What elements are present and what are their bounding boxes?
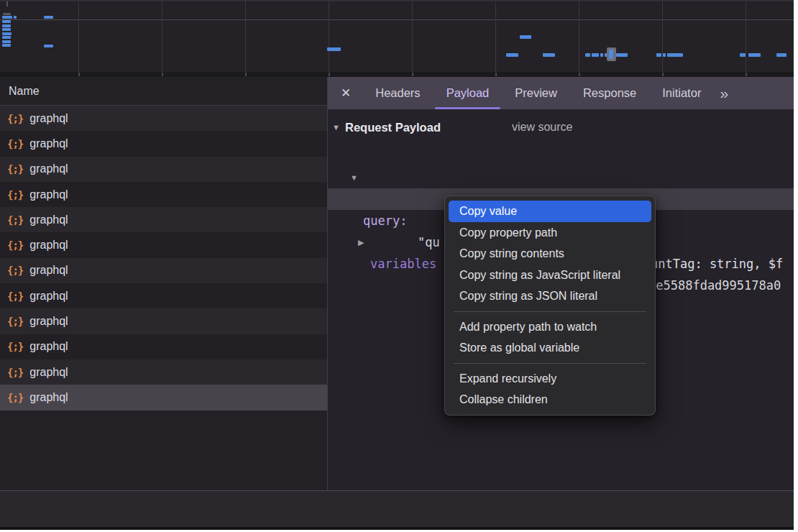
requests-list: {;}graphql{;}graphql{;}graphql{;}graphql… bbox=[0, 106, 327, 411]
menu-separator bbox=[454, 311, 646, 312]
menu-item-store-as-global-variable[interactable]: Store as global variable bbox=[445, 337, 655, 359]
menu-item-add-property-path-to-watch[interactable]: Add property path to watch bbox=[445, 316, 655, 338]
menu-item-collapse-children[interactable]: Collapse children bbox=[445, 389, 655, 411]
menu-item-copy-value[interactable]: Copy value bbox=[449, 201, 651, 222]
devtools-content: Name {;}graphql{;}graphql{;}graphql{;}gr… bbox=[0, 0, 794, 530]
json-braces-icon: {;} bbox=[7, 239, 23, 251]
details-tabbar: ✕ HeadersPayloadPreviewResponseInitiator… bbox=[328, 77, 794, 109]
close-details-button[interactable]: ✕ bbox=[341, 86, 351, 101]
tab-response[interactable]: Response bbox=[570, 77, 649, 109]
waterfall-bar bbox=[543, 53, 555, 57]
property-key: variables bbox=[370, 253, 436, 275]
request-name-label: graphql bbox=[29, 315, 68, 328]
ruler-tick bbox=[329, 73, 330, 76]
tab-preview[interactable]: Preview bbox=[502, 77, 570, 109]
network-request-row[interactable]: {;}graphql bbox=[0, 157, 327, 182]
tab-payload[interactable]: Payload bbox=[434, 77, 503, 109]
network-overview[interactable] bbox=[0, 0, 794, 73]
waterfall-bar bbox=[592, 53, 599, 57]
waterfall-bar bbox=[506, 53, 518, 57]
json-braces-icon: {;} bbox=[7, 189, 23, 201]
waterfall-bar bbox=[2, 20, 11, 23]
menu-item-copy-string-as-json-literal[interactable]: Copy string as JSON literal bbox=[445, 285, 655, 307]
waterfall-bar bbox=[44, 16, 53, 19]
request-name-label: graphql bbox=[29, 391, 68, 404]
payload-root-row[interactable]: ▼ {operationName: "ipFlowTimeseries", va… bbox=[328, 145, 794, 167]
name-column-header[interactable]: Name bbox=[0, 77, 327, 106]
network-request-row[interactable]: {;}graphql bbox=[0, 385, 327, 410]
overview-gridline bbox=[78, 1, 79, 73]
menu-item-copy-property-path[interactable]: Copy property path bbox=[445, 222, 655, 244]
network-request-row[interactable]: {;}graphql bbox=[0, 308, 327, 334]
waterfall-bar bbox=[600, 53, 603, 57]
json-braces-icon: {;} bbox=[7, 341, 23, 352]
property-preview-right-fragment: ee5588fdad995178a0 bbox=[648, 275, 781, 296]
request-payload-title: Request Payload bbox=[345, 116, 441, 138]
menu-item-copy-string-as-javascript-literal[interactable]: Copy string as JavaScript literal bbox=[445, 265, 655, 286]
tabs-holder: HeadersPayloadPreviewResponseInitiator bbox=[362, 77, 714, 109]
waterfall-bar bbox=[663, 53, 666, 57]
ruler-tick bbox=[579, 73, 580, 76]
tab-initiator[interactable]: Initiator bbox=[649, 77, 714, 109]
request-name-label: graphql bbox=[29, 214, 68, 226]
overview-top-tick bbox=[6, 1, 8, 6]
json-braces-icon: {;} bbox=[7, 316, 23, 327]
view-source-link[interactable]: view source bbox=[512, 116, 572, 138]
network-request-row[interactable]: {;}graphql bbox=[0, 182, 327, 207]
request-payload-header: ▼ Request Payload view source bbox=[328, 116, 794, 138]
expander-icon[interactable]: ▶ bbox=[358, 231, 364, 253]
menu-item-copy-string-contents[interactable]: Copy string contents bbox=[445, 243, 655, 265]
more-tabs-button[interactable]: » bbox=[720, 85, 728, 102]
overview-gridline-horizontal bbox=[0, 19, 794, 20]
waterfall-bar bbox=[616, 53, 628, 57]
network-request-row[interactable]: {;}graphql bbox=[0, 131, 327, 156]
network-request-row[interactable]: {;}graphql bbox=[0, 334, 327, 359]
request-name-label: graphql bbox=[29, 162, 68, 175]
ruler-tick bbox=[495, 73, 497, 76]
waterfall-bar bbox=[667, 53, 683, 57]
waterfall-bar bbox=[748, 53, 761, 57]
json-braces-icon: {;} bbox=[7, 290, 23, 302]
ruler-tick bbox=[662, 73, 664, 76]
request-name-label: graphql bbox=[29, 188, 68, 201]
waterfall-bar bbox=[585, 53, 590, 57]
waterfall-bar bbox=[776, 53, 786, 57]
network-request-row[interactable]: {;}graphql bbox=[0, 106, 327, 131]
waterfall-bar bbox=[2, 36, 11, 39]
ruler-tick bbox=[162, 73, 163, 76]
ruler-tick bbox=[412, 73, 413, 76]
request-name-label: graphql bbox=[29, 239, 68, 252]
summary-band bbox=[0, 491, 794, 527]
json-braces-icon: {;} bbox=[7, 265, 23, 276]
tab-headers[interactable]: Headers bbox=[362, 77, 433, 109]
selected-request-bar bbox=[609, 50, 613, 59]
name-column-label: Name bbox=[9, 85, 40, 97]
network-request-row[interactable]: {;}graphql bbox=[0, 283, 327, 308]
request-name-label: graphql bbox=[29, 264, 68, 277]
waterfall-bar bbox=[2, 16, 12, 19]
waterfall-bar bbox=[2, 40, 11, 43]
collapse-section-icon[interactable]: ▼ bbox=[332, 116, 340, 138]
payload-operationname-row[interactable]: operationName: "ipFlowTimeseries" bbox=[328, 167, 794, 188]
context-menu: Copy valueCopy property pathCopy string … bbox=[444, 196, 656, 416]
ruler-tick bbox=[245, 73, 247, 76]
network-request-row[interactable]: {;}graphql bbox=[0, 258, 327, 283]
menu-item-expand-recursively[interactable]: Expand recursively bbox=[445, 368, 655, 390]
waterfall-bar bbox=[44, 45, 53, 47]
devtools-window: Name {;}graphql{;}graphql{;}graphql{;}gr… bbox=[0, 0, 798, 532]
network-request-row[interactable]: {;}graphql bbox=[0, 207, 327, 232]
overview-gridline bbox=[662, 1, 663, 73]
network-request-row[interactable]: {;}graphql bbox=[0, 232, 327, 257]
json-braces-icon: {;} bbox=[7, 392, 23, 403]
waterfall-bar bbox=[327, 47, 341, 51]
ruler-tick bbox=[746, 73, 747, 76]
waterfall-bar bbox=[2, 24, 11, 27]
overview-gridline bbox=[245, 1, 246, 73]
overview-gridline bbox=[162, 1, 162, 73]
json-braces-icon: {;} bbox=[7, 214, 23, 226]
request-name-label: graphql bbox=[29, 290, 68, 303]
overview-gridline bbox=[412, 1, 413, 73]
network-request-row[interactable]: {;}graphql bbox=[0, 359, 327, 385]
json-braces-icon: {;} bbox=[7, 367, 23, 378]
json-braces-icon: {;} bbox=[7, 163, 23, 175]
